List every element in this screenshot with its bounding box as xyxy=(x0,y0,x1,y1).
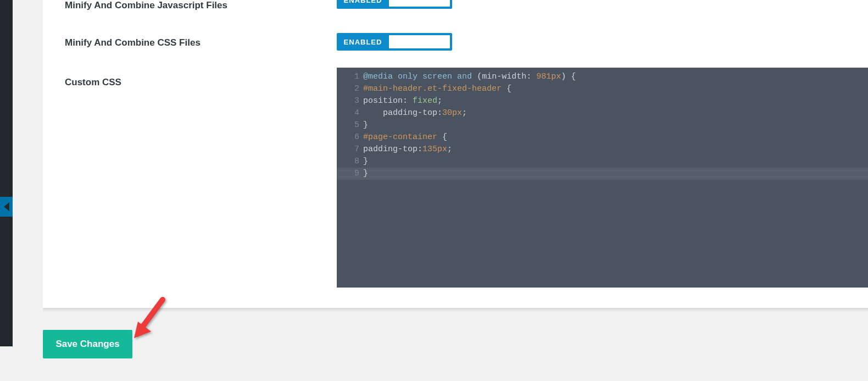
gutter-line-number: 4 xyxy=(337,107,361,119)
toggle-thumb xyxy=(389,0,450,7)
toggle-thumb xyxy=(389,35,450,48)
svg-marker-1 xyxy=(134,322,151,338)
svg-marker-0 xyxy=(4,202,9,211)
code-line[interactable]: } xyxy=(363,168,868,180)
toggle-minify-js[interactable]: ENABLED xyxy=(337,0,452,9)
editor-gutter: 123456789 xyxy=(337,68,361,180)
code-line[interactable]: #page-container { xyxy=(363,131,868,143)
code-line[interactable]: position: fixed; xyxy=(363,95,868,107)
gutter-line-number: 8 xyxy=(337,156,361,168)
gutter-line-number: 7 xyxy=(337,143,361,156)
setting-label-minify-css: Minify And Combine CSS Files xyxy=(65,37,201,48)
chevron-left-icon xyxy=(0,197,13,217)
code-line[interactable]: padding-top:135px; xyxy=(363,143,868,156)
toggle-minify-css[interactable]: ENABLED xyxy=(337,33,452,51)
save-button[interactable]: Save Changes xyxy=(43,330,132,358)
panel-shadow xyxy=(43,308,868,312)
gutter-line-number: 5 xyxy=(337,119,361,131)
custom-css-editor[interactable]: 123456789 @media only screen and (min-wi… xyxy=(337,68,868,288)
gutter-line-number: 9 xyxy=(337,168,361,180)
gutter-line-number: 3 xyxy=(337,95,361,107)
code-line[interactable]: } xyxy=(363,119,868,131)
settings-panel: Minify And Combine Javascript Files ENAB… xyxy=(43,0,868,308)
setting-label-minify-js: Minify And Combine Javascript Files xyxy=(65,0,227,11)
sidebar-collapse-button[interactable] xyxy=(0,197,13,217)
code-line[interactable]: } xyxy=(363,156,868,168)
content-area: Minify And Combine Javascript Files ENAB… xyxy=(13,0,868,381)
code-line[interactable]: padding-top:30px; xyxy=(363,107,868,119)
gutter-line-number: 1 xyxy=(337,71,361,83)
gutter-line-number: 2 xyxy=(337,83,361,95)
code-line[interactable]: @media only screen and (min-width: 981px… xyxy=(363,71,868,83)
code-line[interactable]: #main-header.et-fixed-header { xyxy=(363,83,868,95)
gutter-line-number: 6 xyxy=(337,131,361,143)
toggle-state-text: ENABLED xyxy=(337,0,389,9)
setting-label-custom-css: Custom CSS xyxy=(65,77,121,88)
toggle-state-text: ENABLED xyxy=(337,33,389,51)
viewport: Minify And Combine Javascript Files ENAB… xyxy=(0,0,868,381)
admin-sidebar xyxy=(0,0,13,346)
editor-lines[interactable]: @media only screen and (min-width: 981px… xyxy=(363,68,868,180)
